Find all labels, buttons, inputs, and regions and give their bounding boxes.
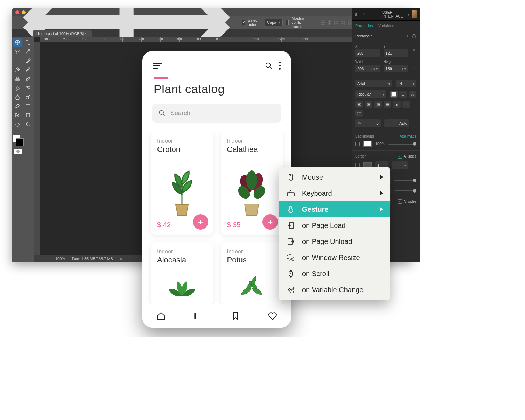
blur-tool[interactable] [13,93,22,101]
align-left-icon[interactable] [355,101,363,108]
color-swatches[interactable] [13,135,22,145]
font-weight-select[interactable]: Regular▾ [355,90,386,98]
strike-icon[interactable] [409,91,416,98]
product-card[interactable]: Indoor Croton $ 42 + [151,132,213,234]
svg-rect-1 [26,40,30,44]
tab-properties[interactable]: Properties [355,23,373,29]
type-tool[interactable] [23,102,33,110]
show-transform-checkbox[interactable] [286,20,289,25]
move-tool[interactable] [13,38,22,47]
align-justify-icon[interactable] [384,101,391,108]
layers-icon[interactable] [412,34,416,38]
home-icon[interactable] [156,311,166,321]
menu-item-window-resize[interactable]: on Window Resize [279,250,390,266]
product-card[interactable]: Indoor Potus [221,242,283,304]
align-right-icon[interactable] [374,101,382,108]
bg-color-swatch[interactable] [363,141,372,147]
visibility-icon[interactable] [404,34,409,38]
menu-item-page-unload[interactable]: on Page Unload [279,233,390,250]
lasso-tool[interactable] [13,47,22,56]
underline-icon[interactable] [399,91,407,98]
eyedropper-tool[interactable] [23,56,33,65]
font-size-input[interactable]: 14▾ [396,80,416,88]
border-style-select[interactable]: —▾ [392,161,408,169]
marquee-tool[interactable] [23,38,33,47]
rotation-slider[interactable] [394,180,416,181]
round-allsides-check[interactable]: ✓ [398,199,402,204]
healing-tool[interactable] [13,65,22,74]
eraser-tool[interactable] [13,84,22,92]
menu-icon[interactable] [153,63,162,69]
play-icon[interactable] [362,12,365,17]
auto-select-label: Selec. autom.: [248,18,262,27]
upload-icon[interactable] [370,12,372,17]
x-input[interactable]: 287 [355,49,380,57]
menu-label: on Variable Change [302,286,363,294]
auto-select-dropdown[interactable]: Capa▾ [265,19,283,26]
crop-tool[interactable] [13,56,22,65]
opacity-slider[interactable] [394,190,416,191]
bg-opacity-value[interactable]: 100% [375,142,385,146]
bookmark-icon[interactable] [231,311,240,321]
chevron-right-icon [380,207,383,212]
round-sides-label: All sides [404,200,416,203]
add-image-link[interactable]: Add image [400,134,416,138]
add-button[interactable]: + [262,214,278,230]
more-icon[interactable] [279,62,281,70]
auto-select-checkbox[interactable] [242,20,245,25]
svg-point-11 [160,111,164,115]
wand-tool[interactable] [23,47,33,56]
dodge-tool[interactable] [23,93,33,101]
y-input[interactable]: 121 [384,49,408,57]
bg-enabled-check[interactable]: ✓ [355,142,360,146]
menu-item-scroll[interactable]: on Scroll [279,266,390,282]
svg-point-18 [195,317,196,319]
border-sides-label: All sides [404,154,416,158]
valign-top-icon[interactable] [393,101,401,108]
link-wh-icon[interactable] [412,64,416,69]
status-chevron-icon[interactable]: ▶ [120,257,123,261]
height-input[interactable]: 159px ▾ [384,65,408,72]
menu-item-variable-change[interactable]: on Variable Change [279,282,390,298]
history-brush-tool[interactable] [23,75,33,83]
bottom-nav [142,304,291,328]
chevron-right-icon [380,191,383,196]
quickmask-toggle[interactable] [14,149,22,154]
menu-item-page-load[interactable]: on Page Load [279,217,390,233]
line-height-input[interactable]: ↕ Auto [384,119,410,127]
pen-tool[interactable] [13,102,22,110]
align-center-icon[interactable] [365,101,372,108]
menu-item-gesture[interactable]: Gesture [279,201,390,217]
stamp-tool[interactable] [13,75,22,83]
font-color-swatch[interactable] [390,91,398,98]
border-allsides-check[interactable]: ✓ [398,154,402,159]
list-icon[interactable] [355,110,363,117]
hand-tool[interactable] [13,120,22,128]
user-menu[interactable]: USER INTERFACE ▾ [382,10,417,18]
tab-variables[interactable]: Variables [378,23,394,29]
path-select-tool[interactable] [13,111,22,119]
add-button[interactable]: + [193,214,208,230]
product-card[interactable]: Indoor Calathea $ 35 + [221,132,283,234]
font-family-select[interactable]: Arial▾ [355,80,392,88]
width-input[interactable]: 293px ▾ [355,65,380,72]
letter-spacing-input[interactable]: AV 0 [355,119,381,127]
device-icon[interactable] [355,12,357,17]
heart-icon[interactable] [268,311,278,321]
search-icon[interactable] [265,62,273,70]
product-card[interactable]: Indoor Alocasia [151,242,213,304]
zoom-readout[interactable]: 100% [55,257,65,261]
menu-item-mouse[interactable]: Mouse [279,169,390,185]
brush-tool[interactable] [23,65,33,74]
search-field[interactable]: Search [152,104,281,122]
gradient-tool[interactable] [23,84,33,92]
menu-item-keyboard[interactable]: Keyboard [279,185,390,201]
document-tab[interactable]: Home.psd al 100% (RGB/8) * [33,30,92,37]
shape-tool[interactable] [23,111,33,119]
zoom-tool[interactable] [23,120,33,128]
title-accent [154,77,168,79]
pin-icon[interactable] [412,48,416,53]
valign-bottom-icon[interactable] [402,101,410,108]
bg-opacity-slider[interactable] [388,144,416,145]
list-nav-icon[interactable] [193,311,203,321]
